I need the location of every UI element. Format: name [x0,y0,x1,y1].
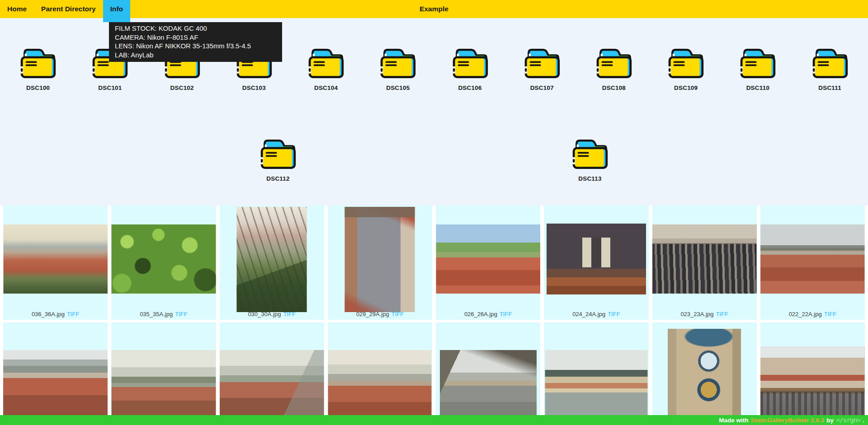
folder-item-dsc107[interactable]: DSC107 [508,44,576,91]
page-title: Example [420,0,448,18]
folder-grid: DSC100 DSC101 DSC102 DSC103 DSC104 DSC10… [0,44,868,205]
folder-icon [738,44,778,79]
folder-item-dsc105[interactable]: DSC105 [364,44,432,91]
folder-icon [666,44,706,79]
tiff-link[interactable]: TIFF [67,311,79,318]
photo-thumbnail[interactable] [328,350,432,416]
gallery-item[interactable] [328,322,432,425]
tiff-link[interactable]: TIFF [283,311,295,318]
gallery-item[interactable] [111,322,216,425]
folder-label: DSC110 [724,84,792,91]
photo-filename: 029_29A.jpg [356,311,389,318]
generator-link[interactable]: StaticGalleryBuilder 2.6.2 [751,417,825,424]
gallery-item[interactable]: 036_36A.jpgTIFF [3,205,108,320]
folder-item-dsc111[interactable]: DSC111 [796,44,864,91]
folder-label: DSC102 [148,84,216,91]
gallery-item[interactable]: 024_24A.jpgTIFF [544,205,648,320]
folder-icon [570,135,610,170]
gallery-item[interactable] [436,322,540,425]
photo-thumbnail[interactable] [436,224,540,294]
footer-period-text: . [863,417,864,424]
folder-icon [810,44,850,79]
folder-label: DSC111 [796,84,864,91]
folder-item-dsc110[interactable]: DSC110 [724,44,792,91]
footer-by-text: by [826,417,834,424]
tiff-link[interactable]: TIFF [608,311,620,318]
footer: Made with StaticGalleryBuilder 2.6.2 by … [0,415,868,425]
gallery-item[interactable] [544,322,648,425]
gallery-item[interactable] [220,322,324,425]
folder-item-dsc104[interactable]: DSC104 [292,44,360,91]
photo-thumbnail[interactable] [440,350,537,416]
photo-filename: 035_35A.jpg [140,311,173,318]
gallery-item[interactable]: 030_30A.jpgTIFF [220,205,324,320]
folder-item-dsc112[interactable]: DSC112 [244,135,312,182]
folder-label: DSC109 [652,84,720,91]
folder-label: DSC103 [220,84,288,91]
photo-filename: 023_23A.jpg [680,311,713,318]
nav-item-info[interactable]: Info [103,0,130,22]
gallery-item[interactable] [3,322,108,425]
folder-item-dsc100[interactable]: DSC100 [4,44,72,91]
folder-item-dsc108[interactable]: DSC108 [580,44,648,91]
gallery-item[interactable]: 023_23A.jpgTIFF [652,205,757,320]
gallery-item[interactable] [760,322,865,425]
folder-icon [306,44,346,79]
top-nav: Home Parent Directory Info Example [0,0,868,18]
folder-label: DSC105 [364,84,432,91]
folder-icon [18,44,58,79]
gallery-item[interactable]: 022_22A.jpgTIFF [760,205,865,320]
gallery-item[interactable]: 029_29A.jpgTIFF [328,205,432,320]
photo-grid: 036_36A.jpgTIFF 035_35A.jpgTIFF 030_30A.… [3,205,865,425]
folder-icon [378,44,418,79]
folder-label: DSC100 [4,84,72,91]
gallery-item[interactable] [652,322,757,425]
folder-icon [450,44,490,79]
tiff-link[interactable]: TIFF [500,311,512,318]
photo-thumbnail[interactable] [545,350,647,416]
tiff-link[interactable]: TIFF [392,311,404,318]
lens-line: LENS: Nikon AF NIKKOR 35-135mm f/3.5-4.5 [115,42,276,51]
folder-label: DSC106 [436,84,504,91]
camera-line: CAMERA: Nikon F-801S AF [115,33,276,42]
photo-thumbnail[interactable] [547,224,646,294]
photo-filename: 026_26A.jpg [464,311,497,318]
folder-icon [522,44,562,79]
footer-made-with-text: Made with [719,417,748,424]
photo-thumbnail[interactable] [668,329,741,416]
lab-line: LAB: AnyLab [115,51,276,60]
photo-thumbnail[interactable] [760,224,865,294]
photo-filename: 024_24A.jpg [572,311,605,318]
folder-label: DSC101 [76,84,144,91]
tiff-link[interactable]: TIFF [716,311,728,318]
folder-item-dsc106[interactable]: DSC106 [436,44,504,91]
film-stock-line: FILM STOCK: KODAK GC 400 [115,24,276,33]
tiff-link[interactable]: TIFF [175,311,187,318]
photo-thumbnail[interactable] [237,207,307,312]
folder-label: DSC108 [580,84,648,91]
photo-thumbnail[interactable] [111,350,216,416]
photo-filename: 036_36A.jpg [32,311,65,318]
tiff-link[interactable]: TIFF [824,311,836,318]
nav-item-parent-directory[interactable]: Parent Directory [34,0,103,18]
photo-filename: 022_22A.jpg [789,311,822,318]
gallery-item[interactable]: 026_26A.jpgTIFF [436,205,540,320]
folder-item-dsc109[interactable]: DSC109 [652,44,720,91]
folder-icon [258,135,298,170]
info-tooltip: FILM STOCK: KODAK GC 400 CAMERA: Nikon F… [109,22,282,62]
folder-label: DSC112 [244,175,312,182]
srgn-logo-link[interactable]: </srgn> [836,416,860,424]
folder-label: DSC107 [508,84,576,91]
photo-thumbnail[interactable] [3,224,108,294]
photo-thumbnail[interactable] [220,350,324,416]
photo-thumbnail[interactable] [760,346,865,418]
nav-item-home[interactable]: Home [0,0,34,18]
photo-thumbnail[interactable] [3,350,108,416]
folder-icon [594,44,634,79]
photo-thumbnail[interactable] [345,207,415,312]
folder-item-dsc113[interactable]: DSC113 [556,135,624,182]
photo-filename: 030_30A.jpg [248,311,281,318]
photo-thumbnail[interactable] [111,224,216,294]
photo-thumbnail[interactable] [652,224,757,294]
gallery-item[interactable]: 035_35A.jpgTIFF [111,205,216,320]
